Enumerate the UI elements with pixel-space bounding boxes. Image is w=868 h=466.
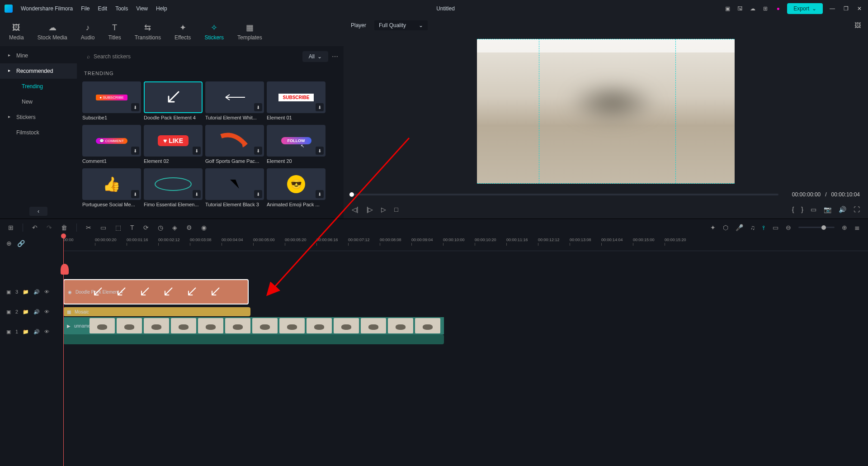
prev-frame-button[interactable]: ◁| bbox=[352, 206, 359, 213]
apps-icon[interactable]: ⊞ bbox=[762, 5, 769, 12]
shield-icon[interactable]: ⬡ bbox=[723, 224, 728, 231]
mute-icon[interactable]: 🔊 bbox=[33, 289, 40, 295]
download-icon[interactable]: ⬇ bbox=[254, 147, 262, 155]
export-button[interactable]: Export⌄ bbox=[787, 3, 823, 14]
more-icon[interactable]: ⋯ bbox=[332, 53, 338, 60]
tile-doodle-pack-4[interactable] bbox=[144, 81, 203, 113]
time-ruler[interactable]: 00:0000:00:00:2000:00:01:1600:00:02:1200… bbox=[63, 236, 868, 251]
tile-element-20[interactable]: FOLLOW↖⬇ bbox=[267, 125, 326, 157]
snapshot-icon[interactable]: 🖼 bbox=[854, 22, 861, 29]
sidebar-item-stickers[interactable]: Stickers bbox=[0, 109, 77, 125]
folder-icon[interactable]: 📁 bbox=[23, 289, 29, 295]
marker-icon[interactable] bbox=[61, 264, 69, 275]
tile-tutorial-white[interactable]: ⬇ bbox=[205, 81, 264, 113]
timer-button[interactable]: ◷ bbox=[158, 224, 163, 231]
track-head-2[interactable]: ▣2 📁 🔊 👁 bbox=[0, 306, 63, 317]
clip-doodle[interactable]: ◉Doodle Pack Element 4 bbox=[63, 279, 249, 304]
menu-help[interactable]: Help bbox=[156, 5, 167, 12]
folder-icon[interactable]: 📁 bbox=[23, 309, 29, 315]
tile-golf-sports[interactable]: ⬇ bbox=[205, 125, 264, 157]
color-button[interactable]: ◈ bbox=[172, 224, 177, 231]
clip-mosaic[interactable]: ▦Mosaic bbox=[63, 307, 250, 316]
tab-effects[interactable]: ✦Effects bbox=[175, 23, 191, 41]
tile-portuguese-social[interactable]: 👍⬇ bbox=[82, 168, 141, 200]
marker-icon[interactable]: ▭ bbox=[773, 224, 778, 231]
track-add-icon[interactable]: ⊕ bbox=[6, 240, 12, 247]
zoom-slider[interactable] bbox=[798, 227, 835, 228]
clip-audio[interactable] bbox=[63, 334, 444, 344]
camera-icon[interactable]: 📷 bbox=[824, 206, 831, 213]
sidebar-item-mine[interactable]: Mine bbox=[0, 48, 77, 63]
play-button[interactable]: ▷ bbox=[381, 206, 386, 213]
filter-select[interactable]: All⌄ bbox=[302, 51, 328, 62]
maximize-button[interactable]: ❐ bbox=[842, 5, 850, 12]
menu-file[interactable]: File bbox=[81, 5, 90, 12]
search-input[interactable]: ⌕ Search stickers bbox=[82, 51, 299, 62]
next-frame-button[interactable]: |▷ bbox=[367, 206, 373, 213]
minimize-button[interactable]: — bbox=[828, 5, 836, 12]
fullscreen-icon[interactable]: ⛶ bbox=[854, 206, 860, 213]
mark-out-button[interactable]: } bbox=[801, 206, 803, 213]
tile-subscribe1[interactable]: ● SUBSCRIBE⬇ bbox=[82, 81, 141, 113]
link-icon[interactable]: 🔗 bbox=[17, 240, 25, 247]
adjust-button[interactable]: ⚙ bbox=[186, 224, 192, 231]
sidebar-sub-trending[interactable]: Trending bbox=[0, 79, 77, 94]
mute-icon[interactable]: 🔊 bbox=[33, 329, 40, 335]
menu-view[interactable]: View bbox=[136, 5, 148, 12]
modules-icon[interactable]: ⊞ bbox=[8, 224, 14, 231]
tile-comment1[interactable]: 💬 COMMENT⬇ bbox=[82, 125, 141, 157]
mic-icon[interactable]: 🎤 bbox=[736, 224, 743, 231]
playhead[interactable] bbox=[63, 236, 64, 466]
menu-edit[interactable]: Edit bbox=[98, 5, 108, 12]
crop-button[interactable]: ⬚ bbox=[115, 224, 121, 231]
track-head-1[interactable]: ▣1 📁 🔊 👁 bbox=[0, 317, 63, 346]
enhance-icon[interactable]: ✦ bbox=[710, 224, 716, 231]
sidebar-sub-new[interactable]: New bbox=[0, 94, 77, 109]
download-icon[interactable]: ⬇ bbox=[131, 103, 139, 111]
tab-audio[interactable]: ♪Audio bbox=[81, 23, 95, 41]
volume-icon[interactable]: 🔊 bbox=[839, 206, 846, 213]
tab-titles[interactable]: TTitles bbox=[108, 23, 121, 41]
music-icon[interactable]: ♫ bbox=[750, 224, 755, 231]
clip-video[interactable]: ▶unnamed bbox=[63, 317, 444, 334]
tile-element-02[interactable]: ♥ LIKE⬇ bbox=[144, 125, 203, 157]
preview-viewport[interactable] bbox=[344, 33, 868, 189]
avatar-icon[interactable]: ● bbox=[774, 5, 782, 12]
magnet-icon[interactable]: ⫯ bbox=[762, 224, 765, 231]
tab-media[interactable]: 🖼Media bbox=[9, 23, 24, 41]
menu-tools[interactable]: Tools bbox=[115, 5, 128, 12]
download-icon[interactable]: ⬇ bbox=[316, 190, 324, 198]
tab-transitions[interactable]: ⇆Transitions bbox=[135, 23, 161, 41]
split-button[interactable]: ✂ bbox=[86, 224, 91, 231]
scrubber[interactable] bbox=[352, 194, 778, 195]
track-view-icon[interactable]: ≣ bbox=[854, 224, 860, 231]
stop-button[interactable]: □ bbox=[394, 206, 398, 213]
zoom-out-button[interactable]: ⊖ bbox=[786, 224, 791, 231]
text-tool[interactable]: T bbox=[130, 224, 134, 231]
tab-templates[interactable]: ▦Templates bbox=[237, 23, 262, 41]
speed-button[interactable]: ⟳ bbox=[143, 224, 149, 231]
download-icon[interactable]: ⬇ bbox=[254, 190, 262, 198]
sidebar-item-filmstock[interactable]: Filmstock bbox=[0, 125, 77, 140]
mute-icon[interactable]: 🔊 bbox=[33, 309, 40, 315]
layout-icon[interactable]: ▣ bbox=[724, 5, 731, 12]
download-icon[interactable]: ⬇ bbox=[193, 190, 201, 198]
visibility-icon[interactable]: 👁 bbox=[44, 289, 49, 295]
download-icon[interactable]: ⬇ bbox=[131, 190, 139, 198]
folder-icon[interactable]: 📁 bbox=[23, 329, 29, 335]
download-icon[interactable]: ⬇ bbox=[316, 103, 324, 111]
delete-button[interactable]: 🗑 bbox=[61, 224, 67, 231]
tile-animated-emoji[interactable]: 😎⬇ bbox=[267, 168, 326, 200]
redo-button[interactable]: ↷ bbox=[47, 224, 52, 231]
keyframe-button[interactable]: ◉ bbox=[201, 224, 207, 231]
undo-button[interactable]: ↶ bbox=[32, 224, 38, 231]
save-icon[interactable]: 🖫 bbox=[736, 5, 744, 12]
zoom-in-button[interactable]: ⊕ bbox=[842, 224, 847, 231]
quality-select[interactable]: Full Quality⌄ bbox=[374, 20, 428, 30]
collapse-sidebar-button[interactable]: ‹ bbox=[29, 207, 47, 216]
tab-stickers[interactable]: ✧Stickers bbox=[204, 23, 224, 41]
visibility-icon[interactable]: 👁 bbox=[44, 329, 49, 334]
download-icon[interactable]: ⬇ bbox=[316, 147, 324, 155]
download-icon[interactable]: ⬇ bbox=[131, 147, 139, 155]
cloud-icon[interactable]: ☁ bbox=[749, 5, 756, 12]
